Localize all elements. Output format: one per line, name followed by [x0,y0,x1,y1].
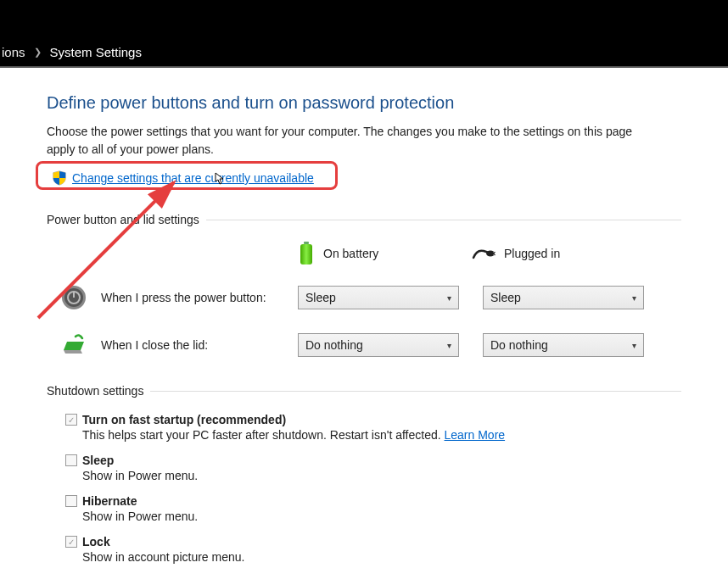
column-header-battery: On battery [298,242,472,265]
power-button-battery-dropdown[interactable]: Sleep▾ [298,286,459,309]
close-lid-plugged-dropdown[interactable]: Do nothing▾ [483,333,644,357]
section-power-button-lid: Power button and lid settings [47,213,681,226]
svg-rect-3 [493,252,496,253]
checkbox-fast-startup[interactable] [65,414,77,426]
learn-more-link[interactable]: Learn More [445,428,506,442]
fast-startup-desc: This helps start your PC faster after sh… [82,428,681,442]
close-lid-label: When I close the lid: [101,338,286,352]
column-label-plugged: Plugged in [504,247,560,260]
checkbox-sleep[interactable] [65,454,77,466]
shutdown-sleep: Sleep Show in Power menu. [65,454,681,482]
shield-icon [52,170,67,186]
lock-desc: Show in account picture menu. [82,550,681,564]
chevron-down-icon: ▾ [447,341,451,350]
power-button-plugged-dropdown[interactable]: Sleep▾ [483,286,644,309]
close-lid-battery-dropdown[interactable]: Do nothing▾ [298,333,459,357]
power-button-label: When I press the power button: [101,291,286,304]
lock-label: Lock [82,535,110,549]
shutdown-hibernate: Hibernate Show in Power menu. [65,494,681,523]
sleep-desc: Show in Power menu. [82,469,681,482]
lid-icon [59,330,89,360]
fast-startup-label: Turn on fast startup (recommended) [82,413,286,426]
change-settings-link-wrap[interactable]: Change settings that are currently unava… [47,167,319,189]
svg-rect-0 [304,242,309,244]
change-settings-link[interactable]: Change settings that are currently unava… [72,171,314,185]
hibernate-label: Hibernate [82,494,137,508]
row-power-button: When I press the power button: Sleep▾ Sl… [47,282,681,313]
svg-rect-4 [493,254,496,255]
breadcrumb-prev[interactable]: ions [2,45,25,59]
chevron-down-icon: ▾ [632,341,636,350]
chevron-down-icon: ▾ [447,293,451,303]
plug-icon [472,246,496,261]
breadcrumb: ions ❯ System Settings [0,45,142,59]
shutdown-lock: Lock Show in account picture menu. [65,535,681,564]
chevron-down-icon: ▾ [632,293,636,303]
hibernate-desc: Show in Power menu. [82,510,681,523]
battery-icon [298,242,315,265]
checkbox-lock[interactable] [65,536,77,548]
power-button-icon [59,282,89,313]
header-bar: ions ❯ System Settings [0,0,728,66]
column-header-plugged: Plugged in [472,246,646,261]
chevron-right-icon: ❯ [34,47,42,58]
page-description: Choose the power settings that you want … [47,123,641,159]
svg-point-2 [486,251,495,257]
shutdown-fast-startup: Turn on fast startup (recommended) This … [65,413,681,442]
breadcrumb-current[interactable]: System Settings [50,45,142,59]
section-shutdown: Shutdown settings [47,384,681,398]
column-label-battery: On battery [323,247,378,260]
row-close-lid: When I close the lid: Do nothing▾ Do not… [47,330,681,360]
sleep-label: Sleep [82,454,114,467]
page-title: Define power buttons and turn on passwor… [47,93,681,113]
svg-rect-1 [300,244,312,265]
checkbox-hibernate[interactable] [65,495,77,507]
